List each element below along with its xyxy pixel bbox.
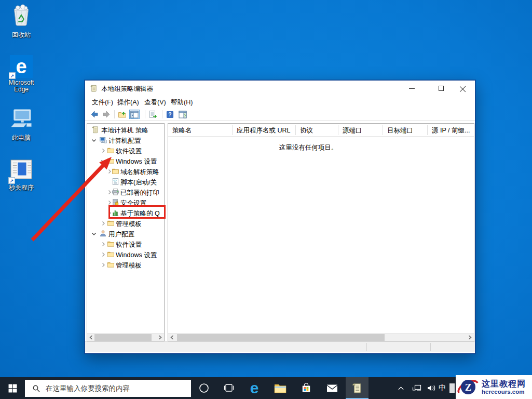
start-button[interactable]	[0, 377, 25, 399]
shortcut-arrow-icon: ↗	[9, 72, 16, 79]
svg-text:?: ?	[168, 112, 171, 117]
list-horizontal-scrollbar[interactable]	[168, 333, 474, 341]
tree-item-label: 计算机配置	[108, 137, 141, 145]
column-header-app-name-or-url[interactable]: 应用程序名或 URL	[233, 124, 296, 137]
tree-item-administrative-templates-user[interactable]: 管理模板	[87, 260, 164, 270]
scrollbar-thumb[interactable]	[94, 334, 152, 341]
desktop-icon-label: 此电脑	[1, 135, 42, 141]
file-explorer-icon	[274, 383, 287, 393]
taskbar: e 中	[0, 377, 532, 399]
desktop-icon-recycle-bin[interactable]: 回收站	[1, 4, 42, 38]
menu-action[interactable]: 操作(A)	[117, 98, 139, 107]
scroll-left-icon[interactable]	[168, 334, 176, 341]
column-header-protocol[interactable]: 协议	[296, 124, 338, 137]
tree-horizontal-scrollbar[interactable]	[87, 333, 164, 341]
help-icon: ?	[166, 111, 174, 118]
tree-item-software-settings-user[interactable]: 软件设置	[87, 239, 164, 249]
desktop-icon-microsoft-edge[interactable]: e ↗ Microsoft Edge	[1, 55, 42, 93]
task-view-button[interactable]	[217, 377, 240, 399]
tree-item-deployed-printers[interactable]: 已部署的打印	[87, 187, 164, 197]
show-action-pane-button[interactable]	[178, 110, 188, 119]
column-header-source-port[interactable]: 源端口	[338, 124, 383, 137]
scrollbar-thumb[interactable]	[177, 334, 385, 341]
tree-item-label: 域名解析策略	[120, 168, 159, 177]
folder-icon	[107, 261, 115, 269]
back-button[interactable]	[89, 110, 100, 119]
tree-item-local-computer-policy[interactable]: 本地计算机 策略	[87, 125, 164, 135]
export-list-button[interactable]	[148, 110, 158, 119]
menu-view[interactable]: 查看(V)	[144, 98, 166, 107]
network-icon	[412, 384, 422, 393]
scroll-right-icon[interactable]	[466, 334, 474, 341]
up-one-level-icon	[118, 110, 127, 118]
maximize-button[interactable]	[429, 81, 453, 96]
folder-icon	[107, 219, 115, 227]
tray-partial-icon	[449, 383, 455, 393]
chevron-right-icon[interactable]	[100, 241, 107, 248]
tray-volume-button[interactable]	[424, 377, 439, 399]
chevron-right-icon[interactable]	[100, 147, 107, 154]
desktop-icon-program[interactable]: ↗ 秒关程序	[1, 159, 42, 191]
show-console-tree-icon	[130, 111, 139, 118]
menu-file[interactable]: 文件(F)	[92, 98, 113, 107]
mail-button[interactable]	[321, 377, 344, 399]
mail-icon	[326, 384, 338, 393]
tree-item-label: 软件设置	[116, 241, 142, 249]
ime-indicator[interactable]: 中	[439, 383, 446, 393]
site-watermark: Z 这里教程网 herecours.com	[456, 375, 532, 399]
tree-item-software-settings[interactable]: 软件设置	[87, 145, 164, 156]
show-console-tree-button[interactable]	[129, 110, 140, 119]
scroll-left-icon[interactable]	[87, 334, 95, 341]
up-one-level-button[interactable]	[117, 110, 127, 119]
tree-item-label: 本地计算机 策略	[101, 126, 148, 135]
tree-item-name-resolution-policy[interactable]: 域名解析策略	[87, 166, 164, 177]
show-action-pane-icon	[179, 111, 187, 118]
title-bar[interactable]: 本地组策略编辑器	[85, 81, 475, 96]
tray-expand-button[interactable]	[392, 377, 409, 399]
taskbar-gpedit-button[interactable]	[346, 377, 369, 399]
taskbar-search[interactable]	[25, 380, 191, 397]
desktop: 回收站 e ↗ Microsoft Edge 此电脑	[0, 0, 532, 399]
close-button[interactable]	[451, 81, 474, 96]
cortana-icon	[199, 383, 209, 393]
edge-icon: e ↗	[10, 55, 33, 78]
taskbar-edge-button[interactable]: e	[243, 377, 266, 399]
tree-item-scripts[interactable]: 脚本(启动/关	[87, 177, 164, 187]
store-button[interactable]	[295, 377, 318, 399]
start-icon	[8, 384, 17, 393]
gpedit-scroll-icon	[90, 84, 98, 92]
menu-bar: 文件(F) 操作(A) 查看(V) 帮助(H)	[85, 96, 475, 108]
tree-item-label: 管理模板	[116, 261, 142, 270]
tree-item-windows-settings[interactable]: Windows 设置	[87, 156, 164, 166]
cortana-button[interactable]	[193, 377, 215, 399]
desktop-icon-this-pc[interactable]: 此电脑	[1, 108, 42, 141]
watermark-logo-icon: Z	[456, 375, 481, 399]
tree-item-user-configuration[interactable]: 用户配置	[87, 229, 164, 239]
file-explorer-button[interactable]	[269, 377, 292, 399]
tray-expand-icon	[398, 385, 404, 391]
tree-item-label: 已部署的打印	[120, 189, 159, 197]
help-button[interactable]: ?	[165, 110, 175, 119]
tree-item-windows-settings-user[interactable]: Windows 设置	[87, 249, 164, 260]
chevron-right-icon[interactable]	[100, 220, 107, 227]
forward-button[interactable]	[101, 110, 112, 119]
tree-item-administrative-templates[interactable]: 管理模板	[87, 218, 164, 229]
column-header-destination-port[interactable]: 目标端口	[383, 124, 428, 137]
column-header-policy-name[interactable]: 策略名	[168, 124, 233, 137]
column-header-source-ip-prefix[interactable]: 源 IP / 前缀...	[428, 124, 474, 137]
window-title: 本地组策略编辑器	[101, 85, 153, 94]
chevron-down-icon[interactable]	[90, 137, 98, 144]
chevron-right-icon[interactable]	[100, 251, 107, 258]
edge-icon: e	[250, 380, 259, 396]
tray-network-button[interactable]	[409, 377, 425, 399]
chevron-right-icon[interactable]	[100, 261, 107, 269]
chevron-down-icon[interactable]	[90, 230, 98, 237]
menu-help[interactable]: 帮助(H)	[171, 98, 193, 107]
search-input[interactable]	[46, 384, 191, 392]
gpedit-scroll-icon	[351, 382, 363, 394]
chevron-down-icon[interactable]	[100, 157, 107, 165]
tree-item-computer-configuration[interactable]: 计算机配置	[87, 135, 164, 145]
scroll-right-icon[interactable]	[156, 334, 164, 341]
watermark-site-name: 这里教程网	[482, 379, 526, 388]
minimize-button[interactable]	[400, 81, 424, 96]
